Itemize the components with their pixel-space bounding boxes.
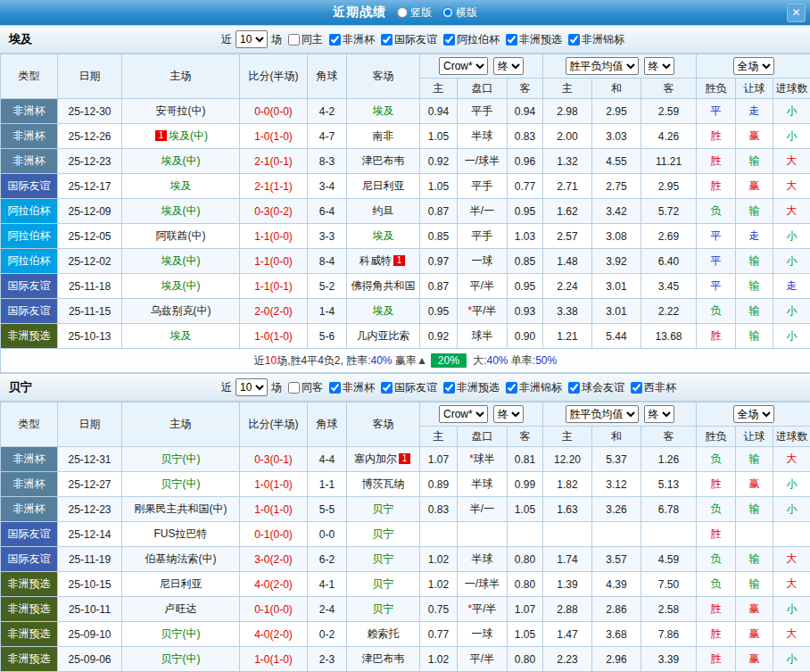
score: 2-0(2-0)	[240, 299, 308, 324]
away-team: 科威特1	[347, 249, 420, 274]
filter-checkbox[interactable]	[329, 382, 341, 394]
results-table: 类型日期主场比分(半场)角球客场Crow*终胜平负均值终全场主盘口客主和客胜负让…	[0, 402, 810, 672]
filter-checkbox[interactable]	[568, 382, 580, 394]
asia-handicap: 平手	[458, 99, 508, 124]
filter-checkbox[interactable]	[329, 34, 341, 46]
column-header: 主场	[122, 402, 240, 447]
match-date: 25-12-17	[58, 174, 122, 199]
filter-checkbox[interactable]	[381, 382, 393, 394]
team-label: 贝宁	[373, 577, 394, 590]
home-team: 尼日利亚	[122, 572, 240, 597]
sub-column-header: 和	[592, 427, 641, 447]
vertical-layout-radio[interactable]	[397, 7, 408, 18]
asia-away-odds: 0.77	[508, 174, 543, 199]
score: 2-1(1-1)	[240, 174, 308, 199]
filter-checkbox[interactable]	[506, 382, 517, 394]
summary-text: 赢率	[393, 354, 417, 367]
filter-checkbox-item[interactable]: 非洲锦标	[568, 32, 624, 47]
filter-checkbox-item[interactable]: 非洲杯	[329, 32, 375, 47]
europe-draw-odds: 5.44	[592, 324, 641, 349]
filter-checkbox-item[interactable]: 同客	[288, 380, 323, 395]
team-label: 埃及	[373, 104, 394, 117]
match-type-badge: 国际友谊	[1, 522, 58, 547]
filter-checkbox-item[interactable]: 国际友谊	[381, 32, 437, 47]
filter-checkbox[interactable]	[506, 34, 517, 46]
column-header: 角球	[308, 54, 347, 99]
horizontal-layout-radio[interactable]	[442, 7, 453, 18]
team-label: 贝宁(中)	[161, 627, 201, 640]
summary-text: 40%	[486, 354, 508, 367]
filter-checkbox-item[interactable]: 阿拉伯杯	[443, 32, 500, 47]
filter-checkbox[interactable]	[443, 382, 455, 394]
match-date: 25-09-10	[58, 622, 122, 647]
sub-column-header: 让球	[736, 427, 773, 447]
result-goals: 小	[773, 224, 810, 249]
filter-checkbox-item[interactable]: 非洲锦标	[506, 380, 562, 395]
sub-column-header: 进球数	[773, 427, 810, 447]
match-date: 25-12-23	[58, 497, 122, 522]
asia-time-select[interactable]: 终	[493, 405, 524, 423]
recent-label: 近	[221, 380, 232, 395]
team-label: 卢旺达	[165, 602, 197, 615]
europe-average-select[interactable]: 胜平负均值	[566, 405, 639, 423]
asterisk-mark: *	[467, 602, 472, 615]
filter-checkbox[interactable]	[568, 34, 580, 46]
match-date: 25-12-02	[58, 249, 122, 274]
match-type-badge: 非洲杯	[1, 497, 58, 522]
europe-away-odds: 2.69	[641, 224, 697, 249]
team-label: 博茨瓦纳	[362, 477, 405, 490]
result-handicap: 输	[736, 249, 773, 274]
europe-away-odds: 3.45	[641, 274, 697, 299]
result-handicap: 走	[736, 99, 773, 124]
filter-checkbox-item[interactable]: 非洲预选	[506, 32, 562, 47]
europe-average-select[interactable]: 胜平负均值	[566, 57, 639, 75]
away-team: 埃及	[347, 224, 420, 249]
filter-checkbox-item[interactable]: 西非杯	[631, 380, 676, 395]
asia-away-odds: 1.07	[508, 597, 543, 622]
layout-option-horizontal[interactable]: 横版	[435, 5, 477, 21]
europe-draw-odds: 3.68	[592, 622, 641, 647]
result-handicap: 赢	[736, 124, 773, 149]
europe-away-odds: 13.68	[641, 324, 697, 349]
result-wdl: 胜	[697, 622, 736, 647]
score: 1-1(0-0)	[240, 224, 308, 249]
filter-checkbox-item[interactable]: 球会友谊	[568, 380, 624, 395]
asia-handicap	[458, 522, 508, 547]
filter-checkbox[interactable]	[288, 34, 300, 46]
sub-column-header: 胜负	[697, 427, 736, 447]
layout-option-vertical[interactable]: 竖版	[390, 5, 432, 21]
filter-checkbox-item[interactable]: 同主	[288, 32, 323, 47]
close-icon[interactable]: ✕	[787, 4, 806, 22]
match-date: 25-10-15	[58, 572, 122, 597]
filter-checkbox-item[interactable]: 非洲杯	[329, 380, 375, 395]
europe-time-select[interactable]: 终	[644, 57, 674, 75]
bookmaker-select[interactable]: Crow*	[439, 405, 488, 423]
asia-home-odds: 1.07	[420, 447, 458, 472]
bookmaker-select[interactable]: Crow*	[439, 57, 488, 75]
corner-count: 4-1	[308, 572, 347, 597]
filter-checkbox[interactable]	[443, 34, 455, 46]
home-team: 贝宁(中)	[122, 647, 240, 672]
filter-checkbox[interactable]	[381, 34, 393, 46]
filter-checkbox[interactable]	[631, 382, 642, 394]
home-team: 埃及(中)	[122, 249, 240, 274]
recent-count-select[interactable]: 10	[236, 30, 268, 48]
filter-checkbox[interactable]	[288, 382, 300, 394]
scope-select[interactable]: 全场	[733, 57, 774, 75]
filter-checkbox-item[interactable]: 非洲预选	[443, 380, 500, 395]
scope-select[interactable]: 全场	[733, 405, 774, 423]
asia-away-odds: 0.90	[508, 324, 543, 349]
europe-away-odds: 2.58	[641, 597, 697, 622]
europe-home-odds: 1.32	[543, 149, 592, 174]
match-date: 25-10-13	[58, 324, 122, 349]
asia-away-odds: 0.94	[508, 99, 543, 124]
filter-checkbox-item[interactable]: 国际友谊	[381, 380, 437, 395]
europe-home-odds: 1.74	[543, 547, 592, 572]
recent-count-select[interactable]: 10	[236, 378, 268, 396]
red-card-badge: 1	[393, 255, 405, 266]
result-wdl: 负	[697, 547, 736, 572]
corner-count: 4-2	[308, 99, 347, 124]
europe-time-select[interactable]: 终	[644, 405, 674, 423]
asia-time-select[interactable]: 终	[493, 57, 524, 75]
team-label: 埃及(中)	[161, 154, 201, 167]
